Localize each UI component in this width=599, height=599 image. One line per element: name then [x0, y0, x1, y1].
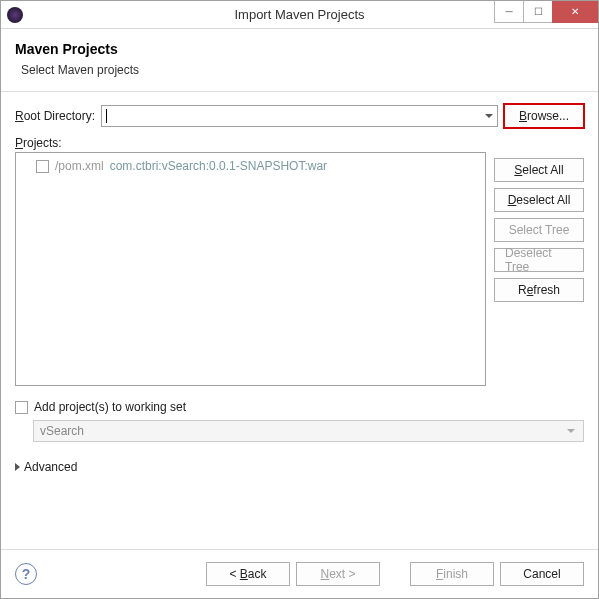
window-controls: ─ ☐ ✕ [495, 1, 598, 23]
cancel-button[interactable]: Cancel [500, 562, 584, 586]
select-all-button[interactable]: Select All [494, 158, 584, 182]
projects-area: Projects: /pom.xml com.ctbri:vSearch:0.0… [15, 136, 584, 386]
chevron-down-icon [567, 429, 575, 433]
project-checkbox[interactable] [36, 160, 49, 173]
root-directory-input[interactable] [101, 105, 498, 127]
list-item[interactable]: /pom.xml com.ctbri:vSearch:0.0.1-SNAPSHO… [20, 157, 481, 175]
dialog-body: Root Directory: Browse... Projects: /pom… [1, 92, 598, 549]
flex-spacer [15, 474, 584, 543]
advanced-toggle[interactable]: Advanced [15, 460, 584, 474]
project-coordinates: com.ctbri:vSearch:0.0.1-SNAPSHOT:war [110, 159, 327, 173]
working-set-select[interactable]: vSearch [33, 420, 584, 442]
select-tree-button: Select Tree [494, 218, 584, 242]
root-directory-label: Root Directory: [15, 109, 95, 123]
working-set-value: vSearch [40, 424, 84, 438]
header-panel: Maven Projects Select Maven projects [1, 29, 598, 92]
working-set-checkbox[interactable] [15, 401, 28, 414]
text-cursor [106, 109, 107, 123]
deselect-all-button[interactable]: Deselect All [494, 188, 584, 212]
root-directory-row: Root Directory: Browse... [15, 104, 584, 128]
browse-button[interactable]: Browse... [504, 104, 584, 128]
minimize-button[interactable]: ─ [494, 1, 524, 23]
back-button[interactable]: < Back [206, 562, 290, 586]
working-set-row: Add project(s) to working set [15, 400, 584, 414]
finish-button: Finish [410, 562, 494, 586]
footer: ? < Back Next > Finish Cancel [1, 550, 598, 598]
deselect-tree-button: Deselect Tree [494, 248, 584, 272]
projects-label: Projects: [15, 136, 486, 150]
refresh-button[interactable]: Refresh [494, 278, 584, 302]
spacer [494, 136, 584, 152]
titlebar: Import Maven Projects ─ ☐ ✕ [1, 1, 598, 29]
app-icon [7, 7, 23, 23]
maximize-button[interactable]: ☐ [523, 1, 553, 23]
working-set-label: Add project(s) to working set [34, 400, 186, 414]
project-path: /pom.xml [55, 159, 104, 173]
page-title: Maven Projects [15, 41, 584, 57]
projects-list[interactable]: /pom.xml com.ctbri:vSearch:0.0.1-SNAPSHO… [15, 152, 486, 386]
advanced-label: Advanced [24, 460, 77, 474]
side-buttons: Select All Deselect All Select Tree Dese… [494, 136, 584, 386]
triangle-right-icon [15, 463, 20, 471]
next-button: Next > [296, 562, 380, 586]
chevron-down-icon[interactable] [485, 114, 493, 118]
page-subtitle: Select Maven projects [21, 63, 584, 77]
projects-column: Projects: /pom.xml com.ctbri:vSearch:0.0… [15, 136, 486, 386]
help-icon[interactable]: ? [15, 563, 37, 585]
dialog-window: Import Maven Projects ─ ☐ ✕ Maven Projec… [0, 0, 599, 599]
close-button[interactable]: ✕ [552, 1, 598, 23]
